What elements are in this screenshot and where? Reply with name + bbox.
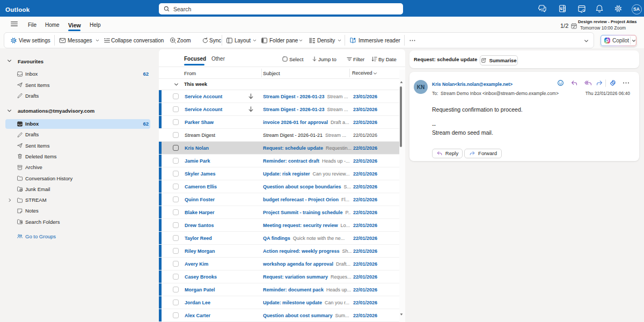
svg-text:N: N [561,7,562,10]
